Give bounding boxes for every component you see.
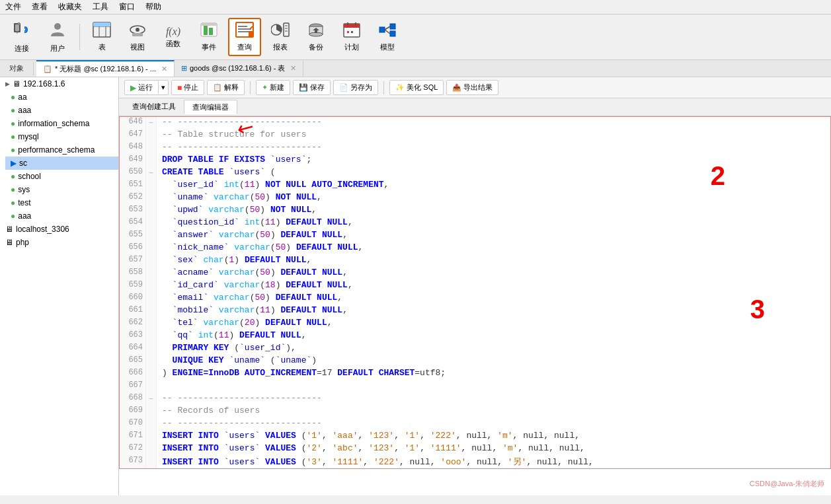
main-layout: 🖥 192.168.1.6 ● aa ● aaa ● information_s… [0, 77, 831, 495]
query-tab-close[interactable]: ✕ [161, 65, 167, 73]
code-editor[interactable]: 646─-- ----------------------------647--… [119, 116, 831, 469]
toolbar: 连接 用户 表 视图 f(x) 函数 事件 查询 [0, 15, 831, 60]
model-button[interactable]: 模型 [371, 18, 404, 55]
sidebar-db-aaa2[interactable]: ● aaa [5, 209, 118, 223]
code-line: 662 `tel` varchar(20) DEFAULT NULL, [120, 318, 830, 330]
beautify-button[interactable]: ✨ 美化 SQL [389, 80, 444, 95]
line-content: -- ---------------------------- [157, 418, 327, 431]
run-button[interactable]: ▶ 运行 [125, 81, 159, 94]
user-button[interactable]: 用户 [41, 17, 74, 57]
sidebar-db-test[interactable]: ● test [5, 196, 118, 209]
goods-tab[interactable]: ⊞ goods @sc (192.168.1.6) - 表 ✕ [175, 61, 303, 76]
query-builder-tab[interactable]: 查询创建工具 [124, 100, 184, 114]
line-content: INSERT INTO `users` VALUES ('3', '1111',… [157, 456, 599, 468]
svg-line-44 [385, 30, 390, 34]
line-content: `sex` char(1) DEFAULT NULL, [157, 255, 317, 268]
schedule-button[interactable]: 计划 [335, 18, 368, 55]
line-gutter [146, 205, 157, 217]
run-dropdown[interactable]: ▾ [159, 81, 168, 94]
menubar: 文件 查看 收藏夹 工具 窗口 帮助 [0, 0, 831, 15]
save-as-icon: 📄 [339, 83, 348, 92]
sidebar: 🖥 192.168.1.6 ● aa ● aaa ● information_s… [0, 77, 119, 495]
sidebar-db-school[interactable]: ● school [5, 170, 118, 183]
line-number: 669 [120, 406, 146, 418]
sidebar-db-mysql[interactable]: ● mysql [5, 130, 118, 143]
line-number: 646 [120, 117, 146, 129]
line-gutter: ─ [146, 117, 157, 129]
db-label: sc [19, 159, 27, 168]
model-label: 模型 [380, 42, 395, 52]
export-button[interactable]: 📤 导出结果 [446, 80, 498, 95]
menu-tools[interactable]: 工具 [93, 1, 108, 13]
svg-rect-15 [209, 28, 213, 35]
db-icon: ● [11, 211, 15, 221]
server-icon: 🖥 [13, 79, 20, 89]
line-content: `upwd` varchar(50) NOT NULL, [157, 205, 322, 217]
svg-rect-16 [201, 23, 217, 26]
function-button[interactable]: f(x) 函数 [157, 22, 190, 52]
code-line: 651 `user_id` int(11) NOT NULL AUTO_INCR… [120, 180, 830, 192]
db-label: sys [18, 185, 30, 194]
query-tab-label: * 无标题 @sc (192.168.1.6) - ... [55, 64, 156, 74]
sidebar-db-information-schema[interactable]: ● information_schema [5, 117, 118, 130]
goods-tab-close[interactable]: ✕ [290, 64, 296, 73]
save-label: 保存 [310, 83, 325, 92]
line-gutter [146, 280, 157, 293]
sidebar-db-sc[interactable]: ▶ sc [5, 157, 118, 170]
menu-favorites[interactable]: 收藏夹 [58, 1, 82, 13]
query-button[interactable]: 查询 [228, 18, 261, 56]
line-content: CREATE TABLE `users` ( [157, 167, 281, 180]
menu-window[interactable]: 窗口 [119, 1, 135, 13]
line-number: 651 [120, 180, 146, 192]
view-icon [128, 22, 147, 41]
beautify-icon: ✨ [395, 83, 405, 92]
table-icon [93, 22, 111, 41]
db-label: aa [18, 92, 26, 102]
query-editor-tab[interactable]: 查询编辑器 [184, 100, 237, 114]
stop-button[interactable]: ■ 停止 [171, 80, 204, 95]
db-label: mysql [18, 132, 38, 141]
line-number: 650 [120, 167, 146, 180]
sidebar-db-sys[interactable]: ● sys [5, 183, 118, 196]
line-gutter [146, 330, 157, 343]
sidebar-server-localhost[interactable]: 🖥 localhost_3306 [0, 223, 118, 236]
new-button[interactable]: ✦ 新建 [256, 80, 290, 95]
line-number: 666 [120, 368, 146, 380]
db-label: performance_schema [18, 145, 95, 155]
line-content: `qq` int(11) DEFAULT NULL, [157, 330, 312, 343]
svg-rect-12 [132, 33, 143, 36]
query-tab[interactable]: 📋 * 无标题 @sc (192.168.1.6) - ... ✕ [36, 60, 175, 77]
db-icon: ● [11, 145, 15, 155]
divider1 [250, 81, 251, 94]
explain-button[interactable]: 📋 解释 [207, 80, 245, 95]
line-gutter [146, 155, 157, 167]
export-label: 导出结果 [463, 83, 493, 92]
menu-file[interactable]: 文件 [5, 1, 21, 13]
sidebar-server[interactable]: 🖥 192.168.1.6 [0, 77, 118, 90]
line-number: 659 [120, 280, 146, 293]
save-button[interactable]: 💾 保存 [293, 80, 331, 95]
sidebar-db-aa[interactable]: ● aa [5, 90, 118, 104]
view-button[interactable]: 视图 [121, 18, 154, 55]
sidebar-server-php[interactable]: 🖥 php [0, 236, 118, 249]
svg-rect-1 [15, 24, 19, 31]
event-button[interactable]: 事件 [192, 18, 225, 55]
stop-label: 停止 [184, 83, 198, 92]
report-button[interactable]: 报表 [264, 18, 297, 55]
line-number: 671 [120, 431, 146, 443]
sidebar-db-aaa[interactable]: ● aaa [5, 104, 118, 117]
menu-view[interactable]: 查看 [32, 1, 48, 13]
server-icon3: 🖥 [5, 238, 13, 247]
line-gutter [146, 406, 157, 418]
backup-button[interactable]: 备份 [299, 18, 333, 55]
menu-help[interactable]: 帮助 [145, 1, 161, 13]
sidebar-db-performance-schema[interactable]: ● performance_schema [5, 143, 118, 157]
tabbar-object-label: 对象 [3, 61, 30, 76]
svg-rect-38 [347, 31, 349, 33]
svg-point-4 [54, 23, 61, 30]
line-content: -- ---------------------------- [157, 393, 327, 406]
save-as-button[interactable]: 📄 另存为 [333, 80, 378, 95]
table-button[interactable]: 表 [85, 18, 118, 55]
db-icon: ● [11, 198, 15, 207]
connect-button[interactable]: 连接 [5, 17, 38, 57]
